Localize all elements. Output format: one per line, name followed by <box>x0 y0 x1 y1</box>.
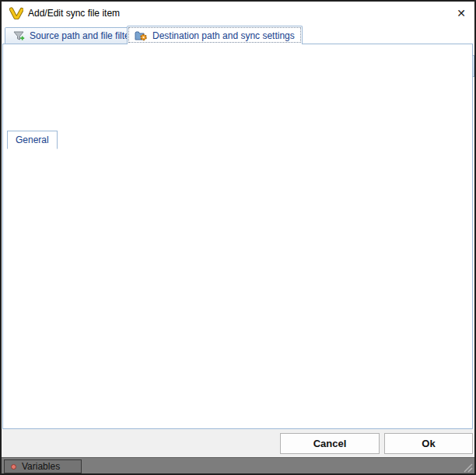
window-title: Add/Edit sync file item <box>28 8 120 19</box>
filter-funnel-icon <box>12 30 25 42</box>
variables-tab-label: Variables <box>22 461 60 472</box>
tab-destination-path-label: Destination path and sync settings <box>152 30 295 41</box>
tab-source-path[interactable]: Source path and file filter <box>5 27 141 44</box>
title-bar: Add/Edit sync file item ✕ <box>2 2 474 25</box>
destination-settings-page <box>2 44 473 429</box>
folder-gear-icon <box>135 30 148 42</box>
tab-general-label: General <box>16 134 49 145</box>
close-icon[interactable]: ✕ <box>454 6 468 20</box>
tab-source-path-label: Source path and file filter <box>30 30 133 41</box>
ok-button-label: Ok <box>422 438 435 449</box>
resize-grip[interactable] <box>462 462 473 473</box>
cancel-button-label: Cancel <box>313 438 347 449</box>
app-icon <box>9 7 23 19</box>
tab-general[interactable]: General <box>7 131 58 149</box>
cancel-button[interactable]: Cancel <box>280 433 380 454</box>
variables-tab[interactable]: Variables <box>4 459 82 473</box>
tab-destination-path[interactable]: Destination path and sync settings <box>127 26 303 44</box>
ok-button[interactable]: Ok <box>384 433 473 454</box>
red-dot-icon <box>11 464 16 470</box>
dialog-add-edit-sync-file-item: Add/Edit sync file item ✕ Source path an… <box>0 0 476 475</box>
status-bar: Variables <box>2 457 474 474</box>
